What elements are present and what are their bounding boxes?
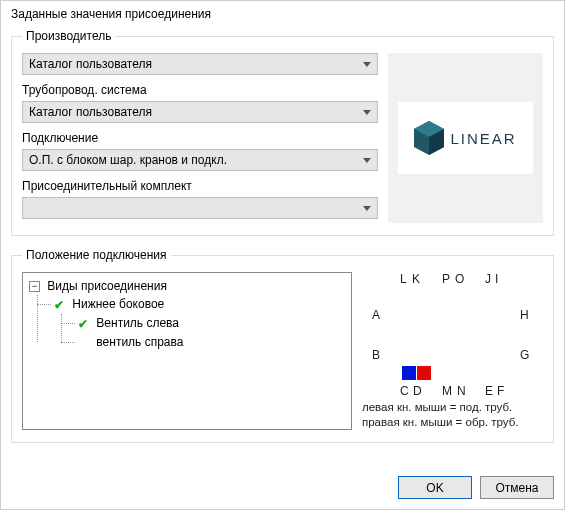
pipe-system-select[interactable]: Каталог пользователя (22, 101, 378, 123)
pipe-system-label: Трубопровод. система (22, 83, 378, 97)
catalog-select[interactable]: Каталог пользователя (22, 53, 378, 75)
chevron-down-icon (363, 206, 371, 211)
manufacturer-legend: Производитель (22, 29, 115, 43)
diagram-point-j[interactable]: J (485, 272, 491, 286)
position-group: Положение подключения − Виды присоединен… (11, 248, 554, 443)
tree-leaf-valve-left-label: Вентиль слева (96, 316, 179, 330)
linear-logo-text: LINEAR (450, 130, 516, 147)
tree-node-bottom-side[interactable]: ✔ Нижнее боковое ✔ Вентиль слева (53, 295, 345, 351)
diagram-point-d[interactable]: D (413, 384, 422, 398)
chevron-down-icon (363, 158, 371, 163)
check-icon: ✔ (53, 296, 65, 314)
linear-logo: LINEAR (398, 102, 533, 174)
tree-leaf-valve-left[interactable]: ✔ Вентиль слева (77, 314, 345, 333)
diagram-return-marker[interactable] (417, 366, 431, 380)
diagram-point-k[interactable]: K (412, 272, 420, 286)
tree-leaf-valve-right[interactable]: вентиль справа (77, 333, 345, 351)
chevron-down-icon (363, 110, 371, 115)
tree-leaf-valve-right-label: вентиль справа (96, 335, 183, 349)
window-title: Заданные значения присоединения (1, 1, 564, 29)
diagram-point-e[interactable]: E (485, 384, 493, 398)
manufacturer-group: Производитель Каталог пользователя Трубо… (11, 29, 554, 236)
connection-select[interactable]: О.П. с блоком шар. кранов и подкл. (22, 149, 378, 171)
diagram-point-a[interactable]: A (372, 308, 380, 322)
diagram-supply-marker[interactable] (402, 366, 416, 380)
tree-root-label: Виды присоединения (47, 279, 167, 293)
connection-diagram[interactable]: L K P O J I A H B G C D M N E (362, 272, 543, 430)
check-icon: ✔ (77, 315, 89, 333)
tree-root-container: − Виды присоединения ✔ Нижнее боковое ✔ (29, 277, 345, 351)
manufacturer-row: Каталог пользователя Трубопровод. систем… (22, 53, 543, 223)
diagram-hint-right: правая кн. мыши = обр. труб. (362, 415, 543, 430)
tree-root[interactable]: − Виды присоединения ✔ Нижнее боковое ✔ (29, 277, 345, 351)
diagram-point-p[interactable]: P (442, 272, 450, 286)
kit-label: Присоединительный комплект (22, 179, 378, 193)
diagram-point-m[interactable]: M (442, 384, 452, 398)
chevron-down-icon (363, 62, 371, 67)
ok-button[interactable]: OK (398, 476, 472, 499)
tree-expander-icon[interactable]: − (29, 281, 40, 292)
diagram-point-f[interactable]: F (497, 384, 504, 398)
diagram-point-c[interactable]: C (400, 384, 409, 398)
dialog-content: Производитель Каталог пользователя Трубо… (1, 29, 564, 468)
logo-pane: LINEAR (388, 53, 543, 223)
cancel-button[interactable]: Отмена (480, 476, 554, 499)
diagram-point-o[interactable]: O (455, 272, 464, 286)
diagram-point-l[interactable]: L (400, 272, 407, 286)
diagram-point-g[interactable]: G (520, 348, 529, 362)
catalog-select-value: Каталог пользователя (29, 57, 152, 71)
manufacturer-fields: Каталог пользователя Трубопровод. систем… (22, 53, 378, 223)
diagram-hint-left: левая кн. мыши = под. труб. (362, 400, 543, 415)
pipe-system-select-value: Каталог пользователя (29, 105, 152, 119)
dialog-footer: OK Отмена (1, 468, 564, 509)
linear-logo-icon (414, 121, 444, 155)
diagram-point-n[interactable]: N (457, 384, 466, 398)
diagram-point-h[interactable]: H (520, 308, 529, 322)
connection-select-value: О.П. с блоком шар. кранов и подкл. (29, 153, 227, 167)
diagram-point-b[interactable]: B (372, 348, 380, 362)
diagram-point-i[interactable]: I (495, 272, 498, 286)
position-row: − Виды присоединения ✔ Нижнее боковое ✔ (22, 272, 543, 430)
diagram-hints: левая кн. мыши = под. труб. правая кн. м… (362, 400, 543, 430)
position-legend: Положение подключения (22, 248, 171, 262)
kit-select[interactable] (22, 197, 378, 219)
connection-types-tree[interactable]: − Виды присоединения ✔ Нижнее боковое ✔ (22, 272, 352, 430)
tree-node-bottom-side-label: Нижнее боковое (72, 297, 164, 311)
connection-label: Подключение (22, 131, 378, 145)
dialog-window: Заданные значения присоединения Производ… (0, 0, 565, 510)
